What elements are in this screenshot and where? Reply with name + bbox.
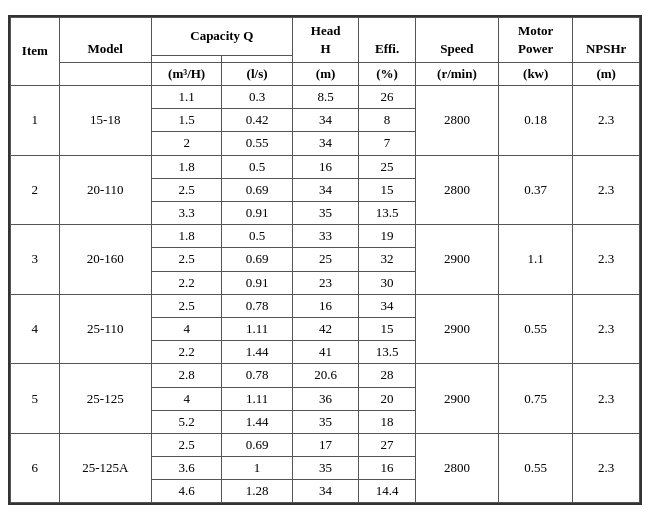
- cap-ls-cell: 0.78: [222, 364, 292, 387]
- cap-m3h-cell: 4: [151, 317, 221, 340]
- speed-cell: 2900: [415, 364, 498, 434]
- head-cell: 16: [292, 155, 359, 178]
- head-cell: 20: [359, 387, 415, 410]
- speed-cell: 2900: [415, 294, 498, 364]
- effi-cell: 23: [292, 271, 359, 294]
- effi-cell: 26: [359, 86, 415, 109]
- effi-cell: 35: [292, 457, 359, 480]
- cap-m3h-cell: 5.2: [151, 410, 221, 433]
- cap-ls-cell: 1.11: [222, 387, 292, 410]
- cap-ls-cell: 1: [222, 457, 292, 480]
- table-row: 625-125A2.50.69172728000.552.3: [11, 433, 640, 456]
- npsh-cell: 2.3: [573, 86, 640, 156]
- head-unit: (m): [292, 62, 359, 85]
- model-header: Model: [59, 17, 151, 62]
- effi-cell: 34: [359, 294, 415, 317]
- cap-ls-cell: 1.44: [222, 410, 292, 433]
- effi-cell: 28: [359, 364, 415, 387]
- cap-ls-cell: 1.44: [222, 341, 292, 364]
- motor-cell: 0.75: [499, 364, 573, 434]
- motor-cell: 1.1: [499, 225, 573, 295]
- effi-cell: 19: [359, 225, 415, 248]
- cap-ls-cell: 0.69: [222, 178, 292, 201]
- effi-cell: 35: [292, 202, 359, 225]
- npsh-header: NPSHr: [573, 17, 640, 62]
- effi-header: Effi.: [359, 17, 415, 62]
- motor-cell: 0.18: [499, 86, 573, 156]
- cap-ls-cell: 0.69: [222, 248, 292, 271]
- head-cell: 33: [292, 225, 359, 248]
- cap-ls-cell: 0.5: [222, 225, 292, 248]
- head-cell: 15: [359, 178, 415, 201]
- model-cell: 25-125A: [59, 433, 151, 503]
- cap-m3h-cell: 4.6: [151, 480, 221, 503]
- head-cell: 16: [292, 294, 359, 317]
- model-cell: 25-125: [59, 364, 151, 434]
- effi-cell: 34: [292, 132, 359, 155]
- cap-m3h-cell: 3.6: [151, 457, 221, 480]
- item-cell: 4: [11, 294, 60, 364]
- cap-ls-cell: 0.91: [222, 271, 292, 294]
- effi-cell: 25: [292, 248, 359, 271]
- npsh-cell: 2.3: [573, 433, 640, 503]
- head-cell: 18: [359, 410, 415, 433]
- cap-m3h-cell: 1.8: [151, 225, 221, 248]
- head-cell: 17: [292, 433, 359, 456]
- table-row: 220-1101.80.5162528000.372.3: [11, 155, 640, 178]
- cap-m3h-cell: 2.5: [151, 178, 221, 201]
- table-row: 525-1252.80.7820.62829000.752.3: [11, 364, 640, 387]
- head-cell: 32: [359, 248, 415, 271]
- speed-unit: (r/min): [415, 62, 498, 85]
- effi-unit: (%): [359, 62, 415, 85]
- cap-ls-header: [222, 55, 292, 62]
- npsh-unit: (m): [573, 62, 640, 85]
- cap-m3h-cell: 2.5: [151, 294, 221, 317]
- head-cell: 15: [359, 317, 415, 340]
- effi-cell: 34: [292, 109, 359, 132]
- table-row: 115-181.10.38.52628000.182.3: [11, 86, 640, 109]
- head-cell: 8.5: [292, 86, 359, 109]
- head-cell: 30: [359, 271, 415, 294]
- head-cell: 13.5: [359, 341, 415, 364]
- capacity-header: Capacity Q: [151, 17, 292, 55]
- model-cell: 20-110: [59, 155, 151, 225]
- speed-cell: 2900: [415, 225, 498, 295]
- speed-cell: 2800: [415, 433, 498, 503]
- cap-ls-cell: 0.42: [222, 109, 292, 132]
- cap-m3h-cell: 3.3: [151, 202, 221, 225]
- item-cell: 6: [11, 433, 60, 503]
- cap-m3h-cell: 1.8: [151, 155, 221, 178]
- effi-cell: 34: [292, 178, 359, 201]
- cap-m3h-cell: 1.5: [151, 109, 221, 132]
- head-cell: 13.5: [359, 202, 415, 225]
- cap-ls-cell: 0.91: [222, 202, 292, 225]
- npsh-cell: 2.3: [573, 294, 640, 364]
- cap-m3h-header: [151, 55, 221, 62]
- motor-header: Motor Power: [499, 17, 573, 62]
- header-row-3: (m³/H) (l/s) (m) (%) (r/min) (kw): [11, 62, 640, 85]
- cap-m3h-cell: 2.2: [151, 271, 221, 294]
- model-cell: 25-110: [59, 294, 151, 364]
- table-row: 320-1601.80.5331929001.12.3: [11, 225, 640, 248]
- model-cell: 20-160: [59, 225, 151, 295]
- npsh-cell: 2.3: [573, 225, 640, 295]
- item-cell: 2: [11, 155, 60, 225]
- cap-ls-cell: 0.5: [222, 155, 292, 178]
- effi-cell: 25: [359, 155, 415, 178]
- item-cell: 3: [11, 225, 60, 295]
- head-cell: 16: [359, 457, 415, 480]
- cap-ls-cell: 0.3: [222, 86, 292, 109]
- npsh-cell: 2.3: [573, 155, 640, 225]
- effi-cell: 35: [292, 410, 359, 433]
- speed-cell: 2800: [415, 155, 498, 225]
- item-cell: 5: [11, 364, 60, 434]
- table-row: 425-1102.50.78163429000.552.3: [11, 294, 640, 317]
- pump-table-wrapper: Item Model Capacity Q Head H Effi. Speed: [8, 15, 642, 506]
- effi-cell: 42: [292, 317, 359, 340]
- effi-cell: 41: [292, 341, 359, 364]
- cap-m3h-cell: 4: [151, 387, 221, 410]
- cap-m3h-cell: 1.1: [151, 86, 221, 109]
- pump-data-table: Item Model Capacity Q Head H Effi. Speed: [10, 17, 640, 504]
- cap-m3h-cell: 2.5: [151, 433, 221, 456]
- effi-cell: 34: [292, 480, 359, 503]
